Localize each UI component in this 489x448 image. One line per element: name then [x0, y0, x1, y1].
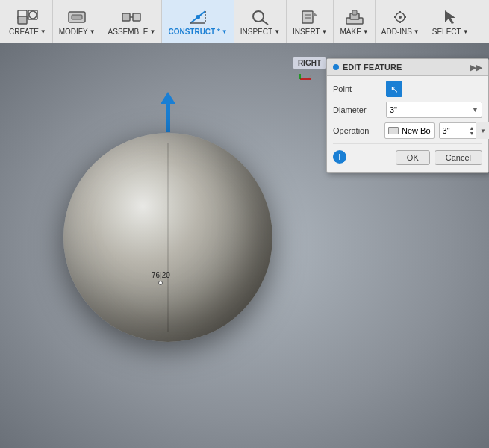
svg-marker-16 [313, 11, 318, 16]
create-icon [16, 7, 40, 28]
point-select-button[interactable]: ↖ [386, 81, 402, 97]
point-label: Point [333, 84, 381, 93]
svg-point-23 [399, 16, 402, 19]
panel-expand-button[interactable]: ▶▶ [470, 63, 482, 72]
select-icon [438, 7, 462, 28]
operation-value: New Bo [402, 126, 431, 135]
cursor-icon: ↖ [390, 84, 399, 95]
inspect-label: INSPECT▼ [240, 28, 280, 36]
svg-rect-7 [133, 13, 140, 21]
assemble-icon [119, 7, 143, 28]
toolbar: CREATE▼ MODIFY▼ ASSEMBLE▼ [0, 0, 489, 43]
op-spinner[interactable]: ▲ ▼ [468, 125, 476, 136]
diameter-label: Diameter [333, 105, 381, 114]
assemble-label: ASSEMBLE▼ [108, 28, 156, 36]
action-buttons: OK Cancel [351, 147, 482, 167]
diameter-dropdown-arrow: ▼ [472, 106, 479, 113]
construct-icon [186, 7, 210, 28]
toolbar-group-create[interactable]: CREATE▼ [3, 0, 53, 43]
svg-rect-5 [72, 15, 82, 19]
sphere-3d: 76|20 [63, 133, 272, 342]
dimension-label: 76|20 [152, 271, 170, 285]
axis-lines-icon [293, 72, 315, 87]
operation-label: Operation [333, 126, 381, 135]
svg-rect-1 [28, 10, 37, 19]
svg-rect-21 [352, 10, 357, 15]
up-arrow [161, 92, 175, 132]
dimension-dot-icon [158, 281, 163, 285]
op-dropdown-button[interactable]: ▼ [476, 122, 489, 139]
panel-title: EDIT FEATURE [343, 63, 402, 72]
make-label: MAKE▼ [340, 28, 368, 36]
make-icon [343, 7, 367, 28]
modify-label: MODIFY▼ [59, 28, 96, 36]
create-label: CREATE▼ [9, 28, 46, 36]
operation-select[interactable]: New Bo [384, 122, 435, 139]
insert-label: INSERT▼ [293, 28, 327, 36]
addons-label: ADD-INS▼ [381, 28, 420, 36]
toolbar-group-make[interactable]: MAKE▼ [334, 0, 375, 43]
inspect-icon [248, 7, 272, 28]
svg-rect-6 [122, 13, 130, 21]
op-num-value[interactable]: 3" [440, 126, 468, 135]
panel-body: Point ↖ Diameter 3" ▼ Operation New Bo 3… [327, 76, 488, 172]
construct-label: CONSTRUCT *▼ [168, 28, 227, 36]
info-row: i OK Cancel [333, 143, 482, 168]
toolbar-group-addons[interactable]: ADD-INS▼ [376, 0, 426, 43]
point-row: Point ↖ [333, 81, 482, 97]
arrow-head-icon [161, 92, 175, 104]
toolbar-group-modify[interactable]: MODIFY▼ [53, 0, 102, 43]
svg-rect-15 [302, 11, 313, 23]
view-label[interactable]: RIGHT [293, 57, 326, 69]
svg-rect-2 [18, 16, 27, 24]
diameter-row: Diameter 3" ▼ [333, 102, 482, 118]
spinner-down-icon: ▼ [470, 131, 475, 136]
new-body-icon [388, 127, 399, 134]
toolbar-group-assemble[interactable]: ASSEMBLE▼ [102, 0, 163, 43]
view-cube-area: RIGHT Z [293, 57, 326, 69]
modify-icon [65, 7, 89, 28]
addons-icon [388, 7, 412, 28]
panel-status-dot [333, 64, 339, 70]
info-icon: i [333, 150, 346, 164]
sphere-body [63, 133, 272, 342]
edit-feature-panel: EDIT FEATURE ▶▶ Point ↖ Diameter 3" ▼ Op… [326, 58, 489, 173]
operation-row: Operation New Bo 3" ▲ ▼ ▼ [333, 122, 482, 139]
ok-button[interactable]: OK [396, 150, 430, 165]
svg-marker-28 [445, 10, 455, 24]
select-label: SELECT▼ [432, 28, 469, 36]
cancel-button[interactable]: Cancel [435, 150, 482, 165]
arrow-shaft-icon [166, 104, 170, 132]
svg-point-3 [29, 11, 37, 19]
spinner-up-icon: ▲ [470, 125, 475, 131]
insert-icon [298, 7, 322, 28]
panel-header-left: EDIT FEATURE [333, 63, 402, 72]
diameter-select[interactable]: 3" ▼ [386, 102, 482, 118]
svg-point-13 [253, 11, 264, 22]
toolbar-group-construct[interactable]: CONSTRUCT *▼ [162, 0, 234, 43]
op-value-box: 3" ▲ ▼ ▼ [439, 122, 489, 139]
toolbar-group-select[interactable]: SELECT▼ [426, 0, 475, 43]
panel-header: EDIT FEATURE ▶▶ [327, 59, 488, 76]
diameter-value: 3" [390, 105, 397, 114]
svg-point-12 [196, 15, 200, 19]
toolbar-group-insert[interactable]: INSERT▼ [287, 0, 334, 43]
svg-line-14 [262, 20, 268, 25]
toolbar-group-inspect[interactable]: INSPECT▼ [234, 0, 287, 43]
